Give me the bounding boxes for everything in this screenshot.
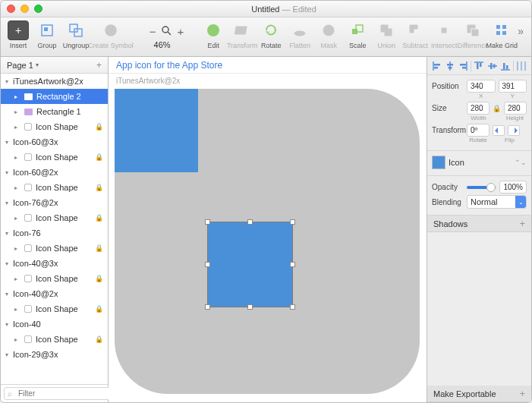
filter-input[interactable] xyxy=(4,387,118,400)
layer-row[interactable]: ▸Rectangle 1 xyxy=(1,104,108,119)
svg-line-7 xyxy=(168,32,171,35)
lock-icon: 🔒 xyxy=(95,214,103,222)
resize-handle[interactable] xyxy=(247,304,253,310)
artboard-header[interactable]: ▾Icon-40@3x xyxy=(1,256,108,271)
group-button[interactable]: Group xyxy=(34,20,60,49)
add-shadow-button[interactable]: + xyxy=(519,218,525,229)
union-button: Union xyxy=(373,20,399,49)
layer-row[interactable]: ▸Icon Shape🔒 xyxy=(1,301,108,316)
chevron-down-icon: ▾ xyxy=(36,61,39,68)
insert-button[interactable]: + Insert xyxy=(5,20,31,49)
close-window-button[interactable] xyxy=(7,5,15,13)
toolbar-overflow[interactable]: » xyxy=(518,20,527,37)
transform-button: Transform xyxy=(229,20,255,49)
rotate-field[interactable]: 0º xyxy=(467,124,490,137)
zoom-control[interactable]: − + 46% xyxy=(133,24,192,49)
position-x-field[interactable]: 340 xyxy=(467,80,496,93)
lock-icon: 🔒 xyxy=(95,123,103,131)
artboard-header[interactable]: ▾iTunesArtwork@2x xyxy=(1,74,108,89)
layer-list[interactable]: ▾iTunesArtwork@2x▸Rectangle 2▸Rectangle … xyxy=(1,74,108,384)
flip-h-button[interactable] xyxy=(493,125,505,136)
artboard-header[interactable]: ▾Icon-40@2x xyxy=(1,286,108,301)
align-right-button[interactable] xyxy=(458,61,468,71)
layer-row[interactable]: ▸Rectangle 2 xyxy=(1,89,108,104)
style-chevron-icon: ⌃⌄ xyxy=(515,159,527,166)
minimize-window-button[interactable] xyxy=(20,5,29,13)
artboard-header[interactable]: ▾Icon-29@3x xyxy=(1,347,108,362)
opacity-slider[interactable] xyxy=(467,186,496,189)
zoom-in-button[interactable]: + xyxy=(175,25,187,38)
rectangle-2-selected[interactable] xyxy=(207,222,293,307)
add-export-button[interactable]: + xyxy=(519,388,525,399)
intersect-icon xyxy=(436,23,452,38)
layer-row[interactable]: ▸Icon Shape🔒 xyxy=(1,150,108,165)
layer-row[interactable]: ▸Icon Shape🔒 xyxy=(1,241,108,256)
blending-select[interactable]: Normal⌄ xyxy=(467,195,527,209)
fill-style-row[interactable]: Icon ⌃⌄ xyxy=(432,156,527,169)
artboard-header[interactable]: ▾Icon-40 xyxy=(1,316,108,332)
height-field[interactable]: 280 xyxy=(504,102,527,115)
search-icon: ⌕ xyxy=(8,389,12,398)
svg-rect-3 xyxy=(74,29,82,36)
folder-icon xyxy=(24,109,33,115)
distribute-button[interactable] xyxy=(516,61,527,71)
svg-rect-18 xyxy=(502,31,506,35)
artboard-header[interactable]: ▾Icon-60@3x xyxy=(1,134,108,150)
edit-icon xyxy=(206,23,221,38)
layer-row[interactable]: ▸Icon Shape🔒 xyxy=(1,180,108,195)
resize-handle[interactable] xyxy=(290,262,295,267)
subtract-icon xyxy=(408,23,423,38)
shadows-section[interactable]: Shadows+ xyxy=(427,216,531,232)
artboard-header[interactable]: ▾Icon-76@2x xyxy=(1,195,108,210)
resize-handle[interactable] xyxy=(205,219,210,225)
align-hcenter-button[interactable] xyxy=(445,61,455,71)
svg-rect-29 xyxy=(477,63,479,69)
pages-selector[interactable]: Page 1▾ + xyxy=(1,57,108,74)
shape-icon xyxy=(24,275,32,282)
rectangle-1[interactable] xyxy=(115,89,198,172)
edit-button[interactable]: Edit xyxy=(200,20,226,49)
resize-handle[interactable] xyxy=(247,219,253,225)
flip-v-button[interactable] xyxy=(508,125,520,136)
svg-rect-30 xyxy=(480,63,482,67)
align-top-button[interactable] xyxy=(474,61,484,71)
fill-swatch[interactable] xyxy=(432,156,445,169)
resize-handle[interactable] xyxy=(205,262,210,267)
width-field[interactable]: 280 xyxy=(467,102,490,115)
magnifier-icon xyxy=(161,25,173,37)
flatten-button: Flatten xyxy=(287,20,313,49)
lock-aspect-icon[interactable]: 🔒 xyxy=(493,105,501,112)
zoom-window-button[interactable] xyxy=(34,5,42,13)
traffic-lights xyxy=(7,5,42,13)
resize-handle[interactable] xyxy=(205,304,210,310)
scale-button[interactable]: Scale xyxy=(345,20,370,49)
align-left-button[interactable] xyxy=(432,61,442,71)
position-y-field[interactable]: 391 xyxy=(499,80,527,93)
window-title: Untitled — Edited xyxy=(42,5,525,14)
shape-icon xyxy=(24,153,32,161)
resize-handle[interactable] xyxy=(290,304,295,310)
zoom-out-button[interactable]: − xyxy=(146,25,159,38)
add-page-button[interactable]: + xyxy=(96,60,102,71)
make-exportable-section[interactable]: Make Exportable+ xyxy=(427,386,531,402)
layer-row[interactable]: ▸Icon Shape🔒 xyxy=(1,210,108,225)
opacity-field[interactable]: 100% xyxy=(499,181,527,194)
artboard-header[interactable]: ▾Icon-60@2x xyxy=(1,165,108,180)
sidebar: Page 1▾ + ▾iTunesArtwork@2x▸Rectangle 2▸… xyxy=(1,57,109,402)
align-vcenter-button[interactable] xyxy=(487,61,498,71)
layer-row[interactable]: ▸Icon Shape🔒 xyxy=(1,332,108,347)
layer-row[interactable]: ▸Icon Shape🔒 xyxy=(1,271,108,286)
canvas[interactable]: iTunesArtwork@2x xyxy=(109,74,427,402)
rotate-button[interactable]: Rotate xyxy=(258,20,284,49)
artboard-header[interactable]: ▾Icon-76 xyxy=(1,225,108,241)
difference-button: Difference xyxy=(460,20,486,49)
svg-rect-36 xyxy=(506,65,508,69)
transform-label: Transform xyxy=(432,126,464,134)
make-grid-button[interactable]: Make Grid xyxy=(489,20,515,49)
ungroup-button[interactable]: Ungroup xyxy=(63,20,89,49)
align-bottom-button[interactable] xyxy=(500,61,511,71)
resize-handle[interactable] xyxy=(290,219,295,225)
artboard-label[interactable]: iTunesArtwork@2x xyxy=(116,77,180,85)
layer-row[interactable]: ▸Icon Shape🔒 xyxy=(1,119,108,134)
svg-rect-1 xyxy=(44,27,48,31)
